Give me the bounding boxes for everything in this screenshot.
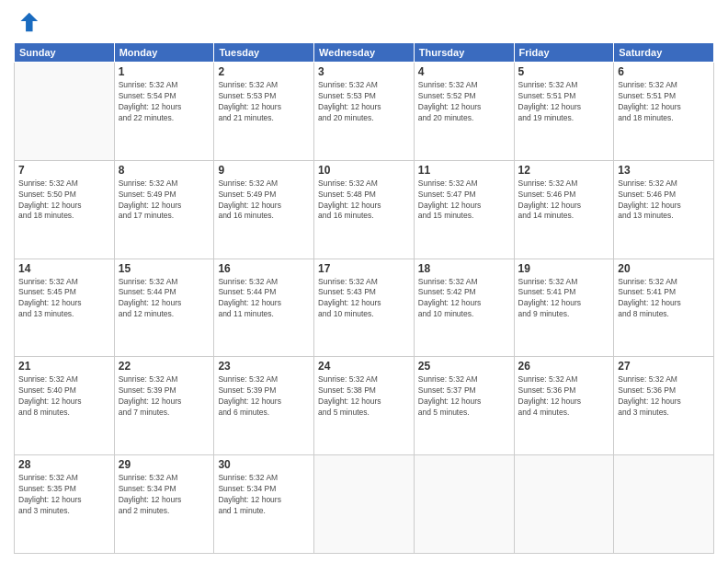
day-number: 19 xyxy=(518,262,610,275)
calendar-cell: 3Sunrise: 5:32 AM Sunset: 5:53 PM Daylig… xyxy=(314,63,415,161)
calendar-cell xyxy=(514,455,614,554)
day-number: 4 xyxy=(418,65,510,78)
calendar-cell: 19Sunrise: 5:32 AM Sunset: 5:41 PM Dayli… xyxy=(514,259,614,357)
calendar-cell: 22Sunrise: 5:32 AM Sunset: 5:39 PM Dayli… xyxy=(114,357,214,455)
calendar-week-1: 1Sunrise: 5:32 AM Sunset: 5:54 PM Daylig… xyxy=(15,63,714,161)
day-info: Sunrise: 5:32 AM Sunset: 5:41 PM Dayligh… xyxy=(618,277,710,321)
logo-icon xyxy=(14,9,40,35)
day-number: 29 xyxy=(119,458,210,471)
day-info: Sunrise: 5:32 AM Sunset: 5:50 PM Dayligh… xyxy=(18,178,110,223)
calendar-week-3: 14Sunrise: 5:32 AM Sunset: 5:45 PM Dayli… xyxy=(15,259,714,357)
day-info: Sunrise: 5:32 AM Sunset: 5:45 PM Dayligh… xyxy=(18,277,110,321)
day-number: 3 xyxy=(318,65,410,78)
day-info: Sunrise: 5:32 AM Sunset: 5:39 PM Dayligh… xyxy=(119,374,210,419)
calendar-cell xyxy=(414,455,514,554)
day-info: Sunrise: 5:32 AM Sunset: 5:52 PM Dayligh… xyxy=(418,80,510,124)
day-number: 8 xyxy=(119,164,210,177)
calendar-header-saturday: Saturday xyxy=(614,43,714,63)
day-info: Sunrise: 5:32 AM Sunset: 5:51 PM Dayligh… xyxy=(618,80,710,124)
calendar-cell: 1Sunrise: 5:32 AM Sunset: 5:54 PM Daylig… xyxy=(114,63,214,161)
calendar-header-thursday: Thursday xyxy=(414,43,514,63)
day-info: Sunrise: 5:32 AM Sunset: 5:40 PM Dayligh… xyxy=(18,374,110,419)
day-number: 18 xyxy=(418,262,510,275)
calendar-cell: 29Sunrise: 5:32 AM Sunset: 5:34 PM Dayli… xyxy=(114,455,214,554)
day-info: Sunrise: 5:32 AM Sunset: 5:36 PM Dayligh… xyxy=(618,374,710,419)
day-info: Sunrise: 5:32 AM Sunset: 5:43 PM Dayligh… xyxy=(318,277,410,321)
calendar-cell: 11Sunrise: 5:32 AM Sunset: 5:47 PM Dayli… xyxy=(414,160,514,259)
day-info: Sunrise: 5:32 AM Sunset: 5:35 PM Dayligh… xyxy=(18,473,110,517)
calendar-header-row: SundayMondayTuesdayWednesdayThursdayFrid… xyxy=(15,43,714,63)
day-number: 17 xyxy=(318,262,410,275)
calendar-cell: 28Sunrise: 5:32 AM Sunset: 5:35 PM Dayli… xyxy=(15,455,115,554)
logo xyxy=(14,9,43,35)
calendar-cell xyxy=(314,455,415,554)
day-number: 22 xyxy=(119,360,210,373)
day-info: Sunrise: 5:32 AM Sunset: 5:54 PM Dayligh… xyxy=(119,80,210,124)
day-number: 26 xyxy=(518,360,610,373)
day-number: 2 xyxy=(218,65,310,78)
calendar-cell: 12Sunrise: 5:32 AM Sunset: 5:46 PM Dayli… xyxy=(514,160,614,259)
day-info: Sunrise: 5:32 AM Sunset: 5:34 PM Dayligh… xyxy=(218,473,310,517)
day-info: Sunrise: 5:32 AM Sunset: 5:37 PM Dayligh… xyxy=(418,374,510,419)
day-info: Sunrise: 5:32 AM Sunset: 5:49 PM Dayligh… xyxy=(119,178,210,223)
calendar-cell: 10Sunrise: 5:32 AM Sunset: 5:48 PM Dayli… xyxy=(314,160,415,259)
calendar-cell: 7Sunrise: 5:32 AM Sunset: 5:50 PM Daylig… xyxy=(15,160,115,259)
calendar-cell: 6Sunrise: 5:32 AM Sunset: 5:51 PM Daylig… xyxy=(614,63,714,161)
day-number: 5 xyxy=(518,65,610,78)
calendar-cell: 14Sunrise: 5:32 AM Sunset: 5:45 PM Dayli… xyxy=(15,259,115,357)
calendar-cell: 23Sunrise: 5:32 AM Sunset: 5:39 PM Dayli… xyxy=(214,357,314,455)
calendar-cell: 16Sunrise: 5:32 AM Sunset: 5:44 PM Dayli… xyxy=(214,259,314,357)
page: SundayMondayTuesdayWednesdayThursdayFrid… xyxy=(0,0,728,563)
day-number: 23 xyxy=(218,360,310,373)
day-info: Sunrise: 5:32 AM Sunset: 5:44 PM Dayligh… xyxy=(119,277,210,321)
day-number: 30 xyxy=(218,458,310,471)
calendar-cell: 2Sunrise: 5:32 AM Sunset: 5:53 PM Daylig… xyxy=(214,63,314,161)
day-number: 1 xyxy=(119,65,210,78)
day-number: 27 xyxy=(618,360,710,373)
day-number: 14 xyxy=(18,262,110,275)
day-info: Sunrise: 5:32 AM Sunset: 5:51 PM Dayligh… xyxy=(518,80,610,124)
day-info: Sunrise: 5:32 AM Sunset: 5:46 PM Dayligh… xyxy=(618,178,710,223)
calendar-cell xyxy=(15,63,115,161)
day-number: 24 xyxy=(318,360,410,373)
calendar-cell: 15Sunrise: 5:32 AM Sunset: 5:44 PM Dayli… xyxy=(114,259,214,357)
calendar-header-wednesday: Wednesday xyxy=(314,43,415,63)
calendar-cell: 18Sunrise: 5:32 AM Sunset: 5:42 PM Dayli… xyxy=(414,259,514,357)
calendar-cell: 24Sunrise: 5:32 AM Sunset: 5:38 PM Dayli… xyxy=(314,357,415,455)
day-info: Sunrise: 5:32 AM Sunset: 5:44 PM Dayligh… xyxy=(218,277,310,321)
day-number: 16 xyxy=(218,262,310,275)
calendar-header-monday: Monday xyxy=(114,43,214,63)
calendar-cell: 8Sunrise: 5:32 AM Sunset: 5:49 PM Daylig… xyxy=(114,160,214,259)
day-number: 6 xyxy=(618,65,710,78)
calendar-cell: 26Sunrise: 5:32 AM Sunset: 5:36 PM Dayli… xyxy=(514,357,614,455)
calendar-cell: 9Sunrise: 5:32 AM Sunset: 5:49 PM Daylig… xyxy=(214,160,314,259)
day-number: 15 xyxy=(119,262,210,275)
day-number: 9 xyxy=(218,164,310,177)
day-info: Sunrise: 5:32 AM Sunset: 5:47 PM Dayligh… xyxy=(418,178,510,223)
calendar-header-tuesday: Tuesday xyxy=(214,43,314,63)
calendar-header-sunday: Sunday xyxy=(15,43,115,63)
day-number: 10 xyxy=(318,164,410,177)
day-number: 20 xyxy=(618,262,710,275)
day-info: Sunrise: 5:32 AM Sunset: 5:49 PM Dayligh… xyxy=(218,178,310,223)
day-info: Sunrise: 5:32 AM Sunset: 5:38 PM Dayligh… xyxy=(318,374,410,419)
header xyxy=(14,9,714,35)
day-info: Sunrise: 5:32 AM Sunset: 5:36 PM Dayligh… xyxy=(518,374,610,419)
calendar-cell: 17Sunrise: 5:32 AM Sunset: 5:43 PM Dayli… xyxy=(314,259,415,357)
calendar-week-4: 21Sunrise: 5:32 AM Sunset: 5:40 PM Dayli… xyxy=(15,357,714,455)
calendar-cell: 27Sunrise: 5:32 AM Sunset: 5:36 PM Dayli… xyxy=(614,357,714,455)
calendar-cell: 4Sunrise: 5:32 AM Sunset: 5:52 PM Daylig… xyxy=(414,63,514,161)
calendar-cell: 30Sunrise: 5:32 AM Sunset: 5:34 PM Dayli… xyxy=(214,455,314,554)
svg-marker-0 xyxy=(20,13,38,32)
day-number: 25 xyxy=(418,360,510,373)
calendar-cell: 20Sunrise: 5:32 AM Sunset: 5:41 PM Dayli… xyxy=(614,259,714,357)
day-number: 28 xyxy=(18,458,110,471)
day-info: Sunrise: 5:32 AM Sunset: 5:39 PM Dayligh… xyxy=(218,374,310,419)
day-info: Sunrise: 5:32 AM Sunset: 5:46 PM Dayligh… xyxy=(518,178,610,223)
calendar-header-friday: Friday xyxy=(514,43,614,63)
calendar-week-2: 7Sunrise: 5:32 AM Sunset: 5:50 PM Daylig… xyxy=(15,160,714,259)
calendar-cell: 5Sunrise: 5:32 AM Sunset: 5:51 PM Daylig… xyxy=(514,63,614,161)
day-info: Sunrise: 5:32 AM Sunset: 5:48 PM Dayligh… xyxy=(318,178,410,223)
day-number: 11 xyxy=(418,164,510,177)
day-info: Sunrise: 5:32 AM Sunset: 5:34 PM Dayligh… xyxy=(119,473,210,517)
